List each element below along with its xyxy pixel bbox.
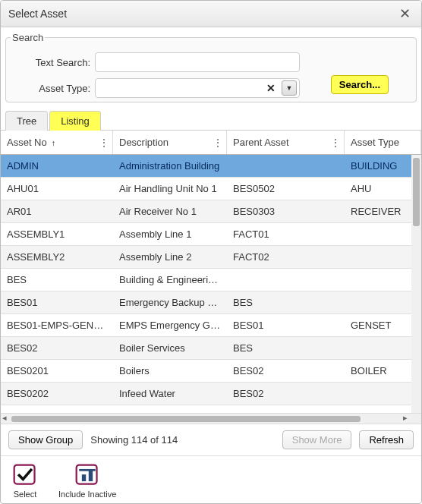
- cell-type: GENSET: [345, 320, 421, 331]
- cell-description: EMPS Emergency Gen...: [113, 320, 227, 331]
- close-icon: ✕: [399, 6, 411, 21]
- grid-footer: Show Group Showing 114 of 114 Show More …: [1, 424, 421, 455]
- table-row[interactable]: BES02Boiler ServicesBES: [1, 337, 421, 360]
- column-menu-icon[interactable]: ⋮: [99, 137, 109, 149]
- svg-rect-0: [14, 465, 35, 484]
- column-header-label: Asset Type: [351, 137, 399, 148]
- table-row[interactable]: BES03Compressed Air Servic...BES: [1, 405, 421, 413]
- toolbar: Select Include Inactive: [1, 455, 421, 503]
- horizontal-scrollbar[interactable]: [1, 413, 421, 424]
- cell-asset-no: ADMIN: [1, 160, 113, 172]
- search-button[interactable]: Search...: [331, 75, 389, 94]
- table-row[interactable]: BESBuilding & Engineering...: [1, 269, 421, 291]
- cell-parent: FACT02: [227, 251, 345, 263]
- cell-asset-no: ASSEMBLY1: [1, 228, 113, 240]
- cell-asset-no: ASSEMBLY2: [1, 251, 113, 263]
- sort-asc-icon: ↑: [52, 138, 56, 147]
- table-row[interactable]: BES01Emergency Backup Po...BES: [1, 291, 421, 314]
- cell-type: BUILDING: [345, 160, 421, 172]
- grid: Asset No ↑ ⋮ Description ⋮ Parent Asset …: [1, 131, 421, 455]
- search-legend: Search: [11, 32, 45, 43]
- show-group-button[interactable]: Show Group: [8, 430, 83, 449]
- tab-tree[interactable]: Tree: [5, 111, 48, 131]
- table-row[interactable]: ASSEMBLY2Assembly Line 2FACT02: [1, 246, 421, 269]
- column-header-asset-no[interactable]: Asset No ↑ ⋮: [1, 131, 113, 154]
- include-inactive-icon: [74, 462, 101, 488]
- column-header-parent-asset[interactable]: Parent Asset ⋮: [227, 131, 345, 154]
- cell-asset-no: BES0201: [1, 365, 113, 376]
- table-row[interactable]: ADMINAdministration BuildingBUILDING: [1, 155, 421, 178]
- cell-type: RECEIVER: [345, 206, 421, 217]
- cell-description: Boiler Services: [113, 342, 227, 354]
- titlebar: Select Asset ✕: [1, 1, 421, 27]
- grid-header: Asset No ↑ ⋮ Description ⋮ Parent Asset …: [1, 131, 421, 155]
- refresh-button[interactable]: Refresh: [359, 430, 414, 449]
- cell-description: Building & Engineering...: [113, 274, 227, 285]
- cell-description: Air Handling Unit No 1: [113, 183, 227, 194]
- column-header-label: Asset No: [7, 137, 47, 148]
- cell-asset-no: AR01: [1, 206, 113, 217]
- svg-rect-2: [82, 474, 86, 481]
- chevron-down-icon: ▼: [286, 84, 293, 92]
- vertical-scrollbar[interactable]: [411, 155, 421, 413]
- select-icon: [11, 462, 39, 488]
- show-more-button[interactable]: Show More: [282, 430, 352, 449]
- table-row[interactable]: ASSEMBLY1Assembly Line 1FACT01: [1, 223, 421, 246]
- cell-description: Administration Building: [113, 160, 227, 172]
- search-panel: Search Text Search: Asset Type: ✕ ▼ Sear…: [5, 32, 417, 102]
- table-row[interactable]: AHU01Air Handling Unit No 1BES0502AHU: [1, 178, 421, 200]
- cell-asset-no: BES02: [1, 342, 113, 354]
- asset-type-label: Asset Type:: [26, 83, 90, 94]
- cell-parent: BES0303: [227, 206, 345, 217]
- status-text: Showing 114 of 114: [90, 434, 178, 446]
- cell-asset-no: AHU01: [1, 183, 113, 194]
- grid-rows: ADMINAdministration BuildingBUILDINGAHU0…: [1, 155, 421, 413]
- column-menu-icon[interactable]: ⋮: [330, 137, 341, 149]
- cell-description: Assembly Line 1: [113, 228, 227, 240]
- cell-description: Boilers: [113, 365, 227, 376]
- cell-asset-no: BES01: [1, 297, 113, 308]
- tool-label: Include Inactive: [58, 490, 116, 499]
- include-inactive-tool[interactable]: Include Inactive: [58, 462, 116, 499]
- dropdown-button[interactable]: ▼: [282, 80, 297, 96]
- svg-rect-1: [77, 465, 97, 484]
- text-search-label: Text Search:: [26, 57, 90, 68]
- scrollbar-thumb[interactable]: [11, 416, 361, 422]
- cell-type: BOILER: [345, 365, 421, 376]
- cell-parent: BES: [227, 297, 345, 308]
- column-menu-icon[interactable]: ⋮: [213, 137, 223, 149]
- table-row[interactable]: BES01-EMPS-GENSETEMPS Emergency Gen...BE…: [1, 314, 421, 337]
- cell-description: Infeed Water: [113, 388, 227, 399]
- cell-parent: BES01: [227, 320, 345, 331]
- tab-bar: Tree Listing: [1, 110, 421, 131]
- cell-type: AHU: [345, 183, 421, 194]
- table-row[interactable]: BES0201BoilersBES02BOILER: [1, 360, 421, 383]
- clear-icon[interactable]: ✕: [266, 82, 276, 94]
- svg-rect-4: [79, 469, 95, 471]
- select-tool[interactable]: Select: [11, 462, 39, 499]
- scrollbar-thumb[interactable]: [413, 158, 420, 226]
- cell-asset-no: BES0202: [1, 388, 113, 399]
- column-header-description[interactable]: Description ⋮: [113, 131, 227, 154]
- table-row[interactable]: AR01Air Receiver No 1BES0303RECEIVER: [1, 200, 421, 223]
- cell-asset-no: BES01-EMPS-GENSET: [1, 320, 113, 331]
- cell-parent: BES02: [227, 388, 345, 399]
- cell-description: Assembly Line 2: [113, 251, 227, 263]
- column-header-label: Description: [119, 137, 168, 148]
- cell-description: Emergency Backup Po...: [113, 297, 227, 308]
- cell-parent: BES02: [227, 365, 345, 376]
- cell-parent: BES0502: [227, 183, 345, 194]
- window-title: Select Asset: [8, 8, 67, 20]
- cell-parent: BES: [227, 342, 345, 354]
- cell-asset-no: BES: [1, 274, 113, 285]
- tab-listing[interactable]: Listing: [49, 111, 101, 131]
- column-header-label: Parent Asset: [233, 137, 289, 148]
- close-button[interactable]: ✕: [396, 5, 414, 22]
- table-row[interactable]: BES0202Infeed WaterBES02: [1, 383, 421, 405]
- tool-label: Select: [14, 490, 37, 499]
- cell-parent: FACT01: [227, 228, 345, 240]
- text-search-input[interactable]: [95, 52, 300, 72]
- column-header-asset-type[interactable]: Asset Type: [345, 131, 421, 154]
- cell-description: Air Receiver No 1: [113, 206, 227, 217]
- svg-rect-3: [89, 471, 93, 481]
